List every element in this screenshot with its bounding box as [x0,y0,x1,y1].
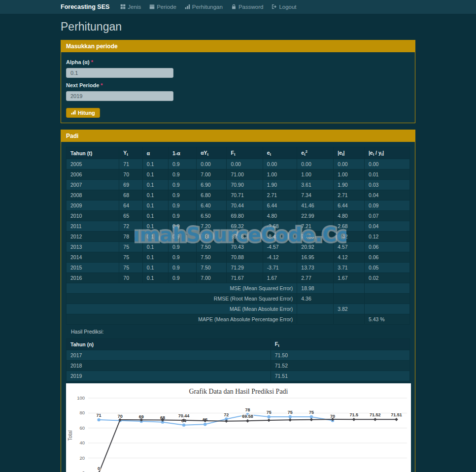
column-header: |et| [334,147,365,159]
summary-value [334,314,365,325]
table-cell: 6.44 [334,201,365,211]
data-point-prediksi [288,418,292,422]
data-point-prediksi [395,418,398,421]
table-row: 2014750.10.97.5070.88-4.1216.954.120.06 [67,252,410,263]
data-label: 78 [245,407,250,412]
table-cell: 0.9 [168,180,196,190]
table-cell: 0.06 [364,252,409,263]
table-cell: 71.50 [271,350,409,361]
prediction-table: Tahun (n)Ft201771.50201871.52201971.51 [66,338,410,381]
table-cell: 0.02 [364,273,409,283]
data-label: 0 [98,466,100,471]
table-cell: 6.80 [197,190,227,201]
data-point-prediksi [246,419,249,423]
table-cell: 7.50 [197,252,227,263]
table-cell: 7.00 [197,273,227,283]
nav-item-label: Logout [279,4,296,10]
table-cell: 3.61 [297,180,334,190]
table-cell: 0.9 [168,159,196,169]
table-cell: 70.43 [227,242,263,252]
table-cell: 69.80 [227,211,263,221]
summary-value: 18.98 [297,283,334,294]
table-cell: 1.90 [334,180,365,190]
column-header: 1-α [168,147,196,159]
table-cell: 2019 [67,371,271,381]
table-cell: 7.50 [197,242,227,252]
nav-item-perhitungan[interactable]: Perhitungan [185,4,223,10]
bar-chart-icon [185,4,190,9]
data-point-prediksi [374,418,377,421]
summary-value: 4.36 [297,294,334,304]
summary-row: RMSE (Root Mean Squared Error)4.36 [67,294,410,304]
nav-item-periode[interactable]: Periode [149,4,176,10]
data-point-aktual [97,418,100,421]
table-cell: 0.9 [168,273,196,283]
table-cell: 70.83 [297,232,334,242]
form-panel: Masukkan periode Alpha (α) * Next Period… [61,40,415,123]
table-cell: 0.1 [142,242,168,252]
table-cell: 2006 [67,169,119,180]
table-cell: 13.73 [297,263,334,273]
hitung-button[interactable]: Hitung [66,108,100,118]
data-point-aktual [182,424,185,427]
table-row: 2013750.10.97.5070.43-4.5720.924.570.06 [67,242,410,252]
table-cell: 2009 [67,201,119,211]
table-cell: 0.9 [168,190,196,201]
table-row: 2009640.10.96.4070.446.4441.466.440.09 [67,201,410,211]
nav-item-label: Perhitungan [192,4,223,10]
nav-item-password[interactable]: Password [231,4,264,10]
table-cell: 1.00 [263,169,297,180]
y-axis-tick-label: 0 [82,470,85,472]
nav-item-jenis[interactable]: Jenis [120,4,141,10]
table-row: 201771.50 [67,350,410,361]
table-cell: 0.1 [142,180,168,190]
table-cell: 22.99 [297,211,334,221]
next-periode-input[interactable] [66,91,173,101]
table-cell: 0.1 [142,221,168,232]
table-cell: 6.40 [197,201,227,211]
table-cell: 41.46 [297,201,334,211]
table-cell: 0.06 [364,242,409,252]
table-cell: -8.42 [263,232,297,242]
table-row: 201871.52 [67,361,410,371]
table-row: 2015750.10.97.5071.29-3.7113.733.710.05 [67,263,410,273]
table-cell: 72 [119,221,142,232]
y-axis-tick-label: 60 [79,425,85,431]
form-panel-title: Masukkan periode [61,40,415,52]
table-row: 2007690.10.96.9070.901.903.611.900.03 [67,180,410,190]
table-cell: 70 [119,273,142,283]
table-cell: 7.20 [197,221,227,232]
alpha-input[interactable] [66,68,173,78]
summary-value: 3.82 [334,304,365,314]
table-cell: -3.71 [263,263,297,273]
y-axis-title: Total [68,430,73,440]
grid-icon [120,4,126,9]
ses-table: Tahun (t)Ytα1-ααYtFtetet2|et||et / yt|20… [66,147,410,325]
table-cell: 2018 [67,361,271,371]
table-cell: 2011 [67,221,119,232]
summary-value [334,294,365,304]
column-header: Tahun (t) [67,147,119,159]
table-cell: 2.68 [334,221,365,232]
table-cell: 71.29 [227,263,263,273]
table-row: 201971.51 [67,371,410,381]
table-row: 2011720.10.97.2069.32-2.687.212.680.04 [67,221,410,232]
summary-label: MSE (Mean Squared Error) [67,283,297,294]
brand[interactable]: Forecasting SES [61,3,109,10]
summary-row: MAPE (Mean Absolute Percentage Error)5.4… [67,314,410,325]
table-cell: 4.57 [334,242,365,252]
lock-icon [231,4,237,9]
table-cell: 0.9 [168,232,196,242]
table-cell: 0.9 [168,252,196,263]
forecast-chart: Grafik Data dan Hasil Prediksi Padi02040… [66,383,411,472]
table-cell: 7.00 [197,169,227,180]
series-line-prediksi [99,419,397,472]
table-cell: 2010 [67,211,119,221]
column-header: Ft [271,339,409,350]
table-cell: 69.58 [227,232,263,242]
hasil-prediksi-label: Hasil Prediksi: [66,325,410,338]
column-header: α [142,147,168,159]
table-cell: -4.57 [263,242,297,252]
nav-item-logout[interactable]: Logout [272,4,296,10]
table-cell: 71.51 [271,371,409,381]
